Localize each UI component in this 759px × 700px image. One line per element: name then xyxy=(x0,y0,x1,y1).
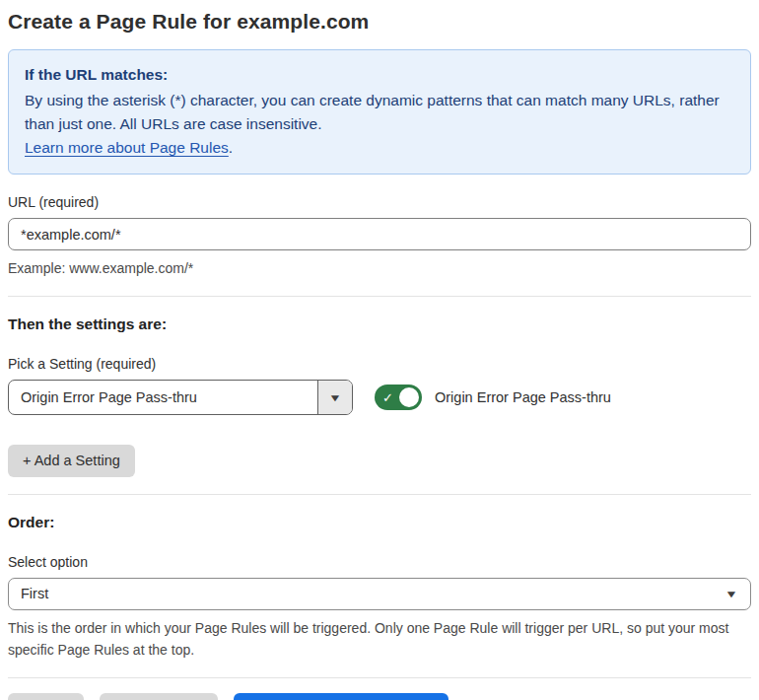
toggle-knob xyxy=(399,387,419,407)
learn-more-link[interactable]: Learn more about Page Rules xyxy=(25,139,229,156)
pick-setting-label: Pick a Setting (required) xyxy=(8,356,751,372)
save-and-deploy-button[interactable]: Save and Deploy Page Rule xyxy=(234,693,448,700)
check-icon: ✓ xyxy=(382,390,393,405)
settings-section-heading: Then the settings are: xyxy=(8,315,751,333)
setting-dropdown-arrow-button[interactable]: ▼ xyxy=(317,381,352,414)
setting-toggle[interactable]: ✓ xyxy=(375,385,422,410)
footer-actions: Cancel Save as Draft Save and Deploy Pag… xyxy=(8,693,751,700)
toggle-label: Origin Error Page Pass-thru xyxy=(435,389,611,405)
divider xyxy=(8,494,751,495)
save-as-draft-button[interactable]: Save as Draft xyxy=(100,693,218,700)
url-match-info-box: If the URL matches: By using the asteris… xyxy=(8,49,751,175)
info-box-heading: If the URL matches: xyxy=(25,63,734,87)
divider xyxy=(8,296,751,297)
url-input[interactable] xyxy=(8,218,751,250)
order-section-heading: Order: xyxy=(8,514,751,531)
order-select-value: First xyxy=(21,586,726,601)
chevron-down-icon: ▼ xyxy=(328,392,342,403)
link-period: . xyxy=(229,139,233,156)
setting-dropdown-value: Origin Error Page Pass-thru xyxy=(9,381,317,414)
info-box-link-line: Learn more about Page Rules. xyxy=(25,136,734,160)
url-example-helper: Example: www.example.com/* xyxy=(8,257,751,279)
divider xyxy=(8,677,751,678)
info-box-body: By using the asterisk (*) character, you… xyxy=(25,89,734,136)
order-helper-text: This is the order in which your Page Rul… xyxy=(8,617,751,661)
cancel-button[interactable]: Cancel xyxy=(8,693,84,700)
add-setting-button[interactable]: + Add a Setting xyxy=(8,445,135,477)
chevron-down-icon: ▼ xyxy=(724,589,738,599)
info-box-body-text: By using the asterisk (*) character, you… xyxy=(25,92,720,132)
page-title: Create a Page Rule for example.com xyxy=(8,10,751,34)
setting-dropdown[interactable]: Origin Error Page Pass-thru ▼ xyxy=(8,380,353,415)
setting-row: Origin Error Page Pass-thru ▼ ✓ Origin E… xyxy=(8,380,751,415)
order-select-label: Select option xyxy=(8,554,751,570)
order-select[interactable]: First ▼ xyxy=(8,578,751,610)
url-field-label: URL (required) xyxy=(8,194,751,210)
